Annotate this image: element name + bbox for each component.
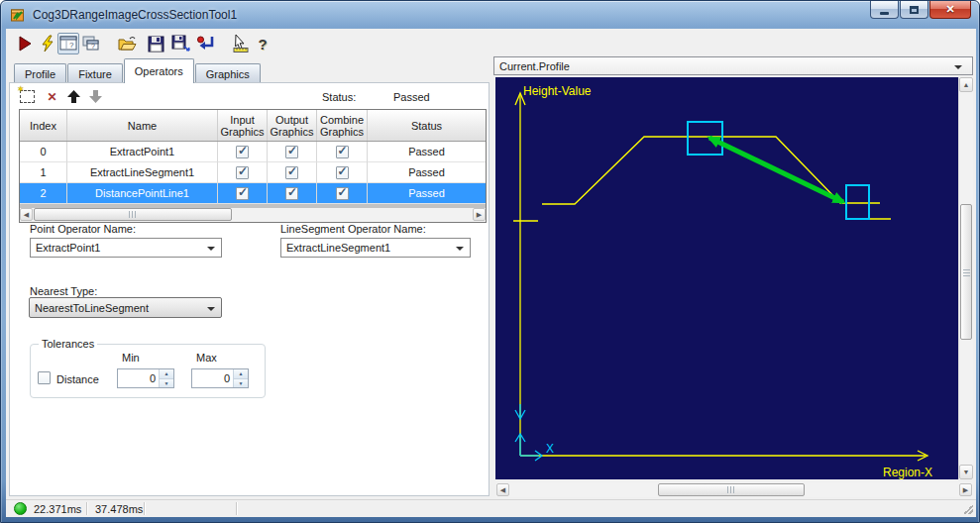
point-operator-combo[interactable]: ExtractPoint1 (30, 238, 222, 258)
max-tolerance-value[interactable]: 0 (192, 369, 233, 387)
move-down-icon[interactable] (87, 88, 104, 104)
cell-output-graphics (268, 162, 317, 183)
nearest-type-combo[interactable]: NearestToLineSegment (29, 297, 222, 318)
pointer-params-icon[interactable] (230, 33, 252, 54)
chevron-down-icon (207, 307, 215, 311)
cell-name: ExtractLineSegment1 (67, 162, 218, 183)
help-icon[interactable]: ? (252, 33, 273, 54)
tab-fixture[interactable]: Fixture (67, 63, 123, 83)
scroll-down-icon[interactable]: ▼ (959, 465, 973, 479)
distance-checkbox[interactable] (38, 371, 51, 384)
show-result-window-icon[interactable]: ? (57, 33, 79, 54)
save-icon[interactable] (145, 33, 166, 54)
run-icon[interactable] (14, 33, 36, 54)
reset-icon[interactable] (195, 33, 217, 54)
save-as-icon[interactable] (170, 33, 192, 54)
table-row[interactable]: 2DistancePointLine1Passed (20, 183, 486, 204)
combine-graphics-checkbox[interactable] (336, 146, 349, 158)
profile-display[interactable]: Height-ValueRegion-XX (495, 77, 958, 479)
title-bar[interactable]: Cog3DRangeImageCrossSectionTool1 ✕ (1, 1, 979, 29)
operators-page: ✶ ✕ Status: Passed Index Name Input Grap… (9, 82, 490, 496)
chevron-down-icon (954, 65, 962, 69)
cell-index: 0 (20, 142, 67, 162)
nearest-type-label: Nearest Type: (30, 285, 97, 297)
run-status-indicator (14, 502, 27, 515)
cell-status: Passed (368, 183, 486, 204)
table-scroll-thumb[interactable] (34, 208, 232, 221)
tab-profile[interactable]: Profile (14, 63, 66, 83)
linesegment-operator-label: LineSegment Operator Name: (280, 223, 426, 235)
svg-text:?: ? (69, 41, 74, 50)
spin-down-icon[interactable]: ▼ (234, 379, 248, 388)
scroll-up-icon[interactable]: ▲ (959, 77, 973, 92)
status-bar: 22.371ms 37.478ms (6, 499, 976, 517)
display-vscroll-thumb[interactable] (960, 204, 972, 340)
display-vertical-scrollbar[interactable]: ▲ ▼ (958, 77, 973, 479)
scroll-right-icon[interactable]: ▶ (473, 208, 486, 221)
chevron-down-icon (456, 247, 464, 251)
minimize-button[interactable] (870, 1, 899, 19)
open-file-icon[interactable] (116, 33, 138, 54)
column-header-name[interactable]: Name (67, 110, 218, 141)
column-header-status[interactable]: Status (368, 110, 486, 141)
profile-chart-svg: Height-ValueRegion-XX (495, 77, 958, 479)
output-graphics-checkbox[interactable] (285, 187, 298, 200)
cell-status: Passed (368, 162, 486, 183)
spin-up-icon[interactable]: ▲ (234, 369, 248, 379)
maximize-button[interactable] (900, 1, 928, 19)
point-operator-label: Point Operator Name: (30, 223, 136, 235)
column-header-combine-graphics[interactable]: Combine Graphics (317, 110, 368, 141)
close-button[interactable]: ✕ (929, 1, 971, 19)
scroll-left-icon[interactable]: ◀ (20, 208, 33, 221)
svg-text:Height-Value: Height-Value (523, 84, 592, 98)
resize-grip[interactable] (963, 504, 973, 514)
input-graphics-checkbox[interactable] (236, 187, 249, 200)
svg-text:?: ? (91, 43, 95, 50)
float-window-icon[interactable]: ? (79, 33, 101, 54)
main-toolbar: ? ? ? (6, 29, 976, 58)
chevron-down-icon (207, 247, 215, 251)
display-hscroll-thumb[interactable] (658, 483, 805, 496)
move-up-icon[interactable] (65, 88, 82, 104)
electric-run-icon[interactable] (37, 33, 58, 54)
cell-combine-graphics (317, 162, 368, 183)
spin-up-icon[interactable]: ▲ (160, 369, 173, 379)
cell-combine-graphics (317, 183, 368, 204)
output-graphics-checkbox[interactable] (285, 166, 298, 179)
svg-text:Region-X: Region-X (883, 466, 932, 479)
tab-operators[interactable]: Operators (124, 58, 194, 83)
table-row[interactable]: 1ExtractLineSegment1Passed (20, 162, 486, 183)
column-header-output-graphics[interactable]: Output Graphics (268, 110, 317, 141)
cell-input-graphics (218, 162, 268, 183)
tab-graphics[interactable]: Graphics (195, 63, 261, 83)
execution-time: 22.371ms (34, 503, 81, 515)
cell-index: 1 (20, 162, 67, 183)
scroll-left-icon[interactable]: ◀ (496, 483, 509, 496)
input-graphics-checkbox[interactable] (236, 146, 249, 158)
column-header-input-graphics[interactable]: Input Graphics (218, 110, 268, 141)
cell-name: DistancePointLine1 (67, 183, 218, 204)
tolerances-title: Tolerances (39, 338, 97, 350)
delete-operator-icon[interactable]: ✕ (44, 89, 60, 105)
combine-graphics-checkbox[interactable] (336, 187, 349, 200)
display-source-combo[interactable]: Current.Profile (493, 56, 973, 75)
table-row[interactable]: 0ExtractPoint1Passed (20, 142, 486, 162)
spin-down-icon[interactable]: ▼ (160, 379, 173, 388)
min-tolerance-value[interactable]: 0 (118, 369, 159, 387)
column-header-index[interactable]: Index (20, 110, 67, 141)
add-operator-icon[interactable]: ✶ (19, 88, 36, 104)
window-title: Cog3DRangeImageCrossSectionTool1 (33, 8, 237, 22)
table-horizontal-scrollbar[interactable]: ◀ ▶ (20, 208, 486, 222)
cell-output-graphics (268, 142, 317, 162)
min-tolerance-spinner[interactable]: 0 ▲▼ (117, 368, 174, 388)
operator-table: Index Name Input Graphics Output Graphic… (19, 109, 487, 223)
input-graphics-checkbox[interactable] (236, 166, 249, 179)
scroll-right-icon[interactable]: ▶ (959, 483, 972, 496)
linesegment-operator-combo[interactable]: ExtractLineSegment1 (280, 238, 471, 258)
combine-graphics-checkbox[interactable] (336, 166, 349, 179)
display-horizontal-scrollbar[interactable]: ◀ ▶ (495, 482, 973, 497)
output-graphics-checkbox[interactable] (285, 146, 298, 158)
max-tolerance-spinner[interactable]: 0 ▲▼ (191, 368, 249, 388)
min-label: Min (122, 352, 140, 364)
maximize-icon (910, 6, 919, 14)
